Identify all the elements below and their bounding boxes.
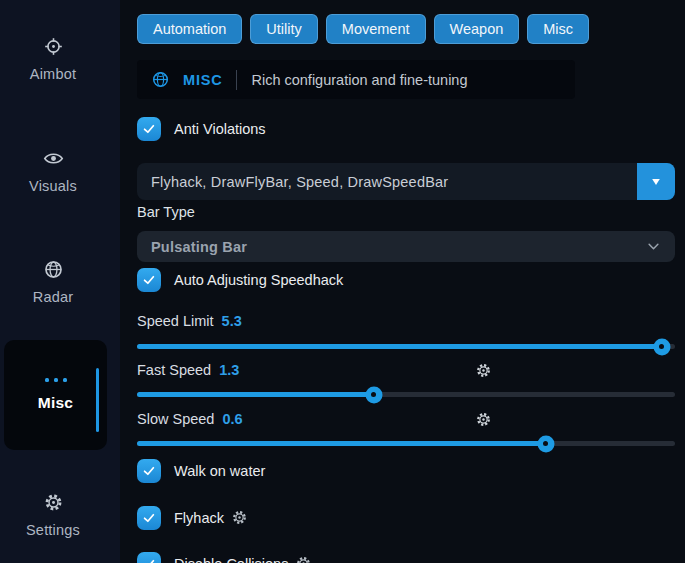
section-subtitle: Rich configuration and fine-tuning [251,72,467,88]
crosshair-icon [43,36,64,57]
checkbox-label: Disable Collisions [174,556,288,563]
checkbox-row-disable-collisions: Disable Collisions [137,551,312,563]
globe-icon [43,259,64,280]
section-title: MISC [183,72,222,88]
header-divider [236,70,237,90]
slider-thumb[interactable] [365,386,382,403]
bar-type-select[interactable]: Pulsating Bar [137,231,675,262]
auto-adjusting-checkbox[interactable] [137,268,161,292]
sidebar-item-label: Settings [26,522,80,538]
slider-fill [137,441,546,446]
checkbox-label: Walk on water [174,463,265,479]
fast-speed-label-row: Fast Speed 1.3 [137,362,239,379]
slider-fill [137,392,374,397]
checkbox-label: Anti Violations [174,121,266,137]
multiselect-open-button[interactable] [637,163,675,200]
category-tabs: Automation Utility Movement Weapon Misc [137,14,589,44]
slider-thumb[interactable] [653,338,670,355]
chevron-down-icon [646,239,661,254]
fast-speed-slider[interactable] [137,392,675,397]
checkbox-label: Flyhack [174,510,224,526]
gear-icon[interactable] [231,509,248,526]
gear-icon[interactable] [475,411,492,428]
walk-on-water-checkbox[interactable] [137,459,161,483]
slider-thumb[interactable] [537,435,554,452]
slow-speed-slider[interactable] [137,441,675,446]
slow-speed-label-row: Slow Speed 0.6 [137,411,243,428]
tab-automation[interactable]: Automation [137,14,242,44]
check-icon [142,273,156,287]
sidebar-item-misc-active[interactable]: Misc [4,340,107,450]
check-icon [142,557,156,563]
sidebar-item-label: Misc [38,394,73,412]
gear-icon[interactable] [475,362,492,379]
multiselect-value: Flyhack, DrawFlyBar, Speed, DrawSpeedBar [137,174,637,190]
checkbox-label: Auto Adjusting Speedhack [174,272,343,288]
slider-value: 5.3 [222,313,242,329]
checkbox-row-flyhack: Flyhack [137,505,248,530]
sidebar-item-settings[interactable]: Settings [0,492,106,538]
sidebar: Aimbot Visuals Radar Misc Settings [0,0,120,563]
tab-utility[interactable]: Utility [250,14,317,44]
disable-collisions-checkbox[interactable] [137,552,161,563]
bar-flags-multiselect[interactable]: Flyhack, DrawFlyBar, Speed, DrawSpeedBar [137,163,675,200]
tab-misc[interactable]: Misc [527,14,589,44]
gear-icon[interactable] [295,555,312,563]
sidebar-item-radar[interactable]: Radar [0,259,106,305]
bar-type-label: Bar Type [137,204,195,220]
tab-weapon[interactable]: Weapon [434,14,520,44]
sidebar-item-label: Radar [33,289,74,305]
speed-limit-label-row: Speed Limit 5.3 [137,313,242,330]
slider-fill [137,344,662,349]
checkbox-row-anti-violations: Anti Violations [137,116,266,141]
slider-value: 0.6 [222,411,242,427]
sidebar-item-visuals[interactable]: Visuals [0,148,106,194]
sidebar-item-aimbot[interactable]: Aimbot [0,36,106,82]
slider-label: Slow Speed [137,411,214,427]
slider-value: 1.3 [219,362,239,378]
anti-violations-checkbox[interactable] [137,117,161,141]
sidebar-item-label: Aimbot [30,66,76,82]
active-indicator-bar [96,368,100,432]
main-panel: Automation Utility Movement Weapon Misc … [120,0,685,563]
eye-icon [43,148,64,169]
ellipsis-icon [45,378,67,382]
triangle-down-icon [649,175,663,189]
select-value: Pulsating Bar [151,239,247,255]
check-icon [142,464,156,478]
slider-label: Speed Limit [137,313,214,329]
sidebar-item-label: Visuals [29,178,77,194]
section-header: MISC Rich configuration and fine-tuning [137,60,575,99]
gear-icon [43,492,64,513]
check-icon [142,122,156,136]
check-icon [142,511,156,525]
speed-limit-slider[interactable] [137,344,675,349]
checkbox-row-walk-on-water: Walk on water [137,458,265,483]
globe-icon [151,70,170,89]
checkbox-row-auto-adjusting: Auto Adjusting Speedhack [137,267,343,292]
tab-movement[interactable]: Movement [326,14,426,44]
slider-label: Fast Speed [137,362,211,378]
flyhack-checkbox[interactable] [137,506,161,530]
